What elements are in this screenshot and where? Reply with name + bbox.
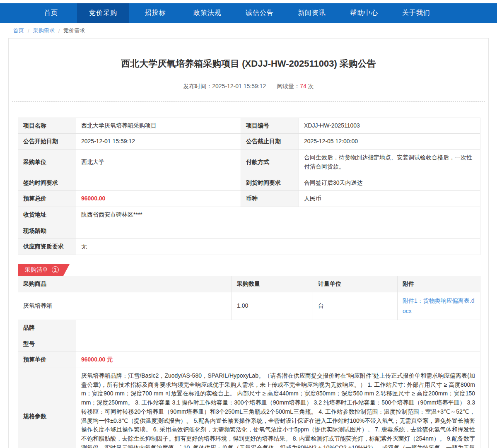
value-purchasing-unit: 西北大学: [76, 150, 241, 175]
page-title: 西北大学厌氧培养箱采购项目 (XDJJ-HW-202511003) 采购公告: [34, 58, 463, 70]
label-start-date: 公告开始日期: [18, 134, 76, 150]
label-signing-time: 签约时间要求: [18, 175, 76, 191]
value-delivery-time: 合同签订后30天内送达: [299, 175, 480, 191]
table-row: 型号: [18, 336, 480, 352]
value-unit-budget-price: 96000.00 元: [76, 352, 480, 368]
announcement-card: 西北大学厌氧培养箱采购项目 (XDJJ-HW-202511003) 采购公告 发…: [8, 38, 489, 448]
nav-item-help[interactable]: 帮助中心: [338, 3, 390, 23]
table-row: 现场踏勘: [18, 223, 480, 239]
label-site-survey: 现场踏勘: [18, 223, 76, 239]
purchase-list-badge: 采购清单 1: [18, 264, 70, 276]
nav-item-news[interactable]: 新闻资讯: [286, 3, 338, 23]
nav-item-about[interactable]: 关于我们: [390, 3, 442, 23]
table-row: 项目名称 西北大学厌氧培养箱采购项目 项目编号 XDJJ-HW-20251100…: [18, 118, 480, 134]
value-payment-method: 合同生效后，待货物到达指定地点、安装调试验收合格后，一次性付清合同货款。: [299, 150, 480, 175]
nav-item-policy[interactable]: 政策法规: [181, 3, 234, 23]
breadcrumb-purchase-demand[interactable]: 采购需求: [33, 27, 55, 34]
publish-time-value: 2025-12-01 15:59:12: [212, 83, 266, 89]
table-row: 收货地址 陕西省西安市碑林区****: [18, 207, 480, 223]
label-end-date: 公告截止日期: [241, 134, 299, 150]
table-row: 公告开始日期 2025-12-01 15:59:12 公告截止日期 2025-1…: [18, 134, 480, 150]
main-nav: 首页 竞价采购 招投标 政策法规 诚信公告 新闻资讯 帮助中心 关于我们: [0, 3, 497, 23]
goods-table: 采购商品 采购数量 计量单位 附件 厌氧培养箱 1.00 台 附件1：货物类响应…: [18, 276, 480, 320]
label-project-number: 项目编号: [241, 118, 299, 134]
value-specifications: 厌氧培养箱品牌：江雪/Basic2，Zuody/AS-580，SPARIL/Hy…: [76, 368, 480, 448]
table-row: 签约时间要求 到货时间要求 合同签订后30天内送达: [18, 175, 480, 191]
value-project-number: XDJJ-HW-202511003: [299, 118, 480, 134]
table-row: 采购单位 西北大学 付款方式 合同生效后，待货物到达指定地点、安装调试验收合格后…: [18, 150, 480, 175]
label-delivery-address: 收货地址: [18, 207, 76, 223]
attachment-link[interactable]: 附件1：货物类响应偏离表.docx: [403, 297, 474, 314]
label-purchasing-unit: 采购单位: [18, 150, 76, 175]
publish-time-label: 发布时间：: [183, 83, 212, 89]
label-total-budget: 预算总价: [18, 191, 76, 207]
label-project-name: 项目名称: [18, 118, 76, 134]
column-goods-name: 采购商品: [18, 276, 232, 292]
value-total-budget: 96000.00: [76, 191, 241, 207]
value-delivery-address: 陕西省西安市碑林区****: [76, 207, 480, 223]
value-supplier-qualification: 无: [76, 239, 480, 255]
views-unit: 次: [308, 83, 314, 89]
project-info-table: 项目名称 西北大学厌氧培养箱采购项目 项目编号 XDJJ-HW-20251100…: [18, 118, 480, 255]
label-specifications: 规格参数: [18, 368, 76, 448]
breadcrumb-separator: /: [58, 28, 60, 34]
dashed-divider: [12, 101, 485, 102]
label-unit-budget-price: 预算单价: [18, 352, 76, 368]
goods-name: 厌氧培养箱: [18, 292, 232, 320]
table-row: 供应商资质要求 无: [18, 239, 480, 255]
table-header-row: 采购商品 采购数量 计量单位 附件: [18, 276, 480, 292]
purchase-list-badge-label: 采购清单: [25, 266, 48, 274]
breadcrumb-current: 竞价需求: [63, 27, 85, 34]
value-model: [76, 336, 480, 352]
table-row: 规格参数 厌氧培养箱品牌：江雪/Basic2，Zuody/AS-580，SPAR…: [18, 368, 480, 448]
breadcrumb-home[interactable]: 首页: [13, 27, 24, 34]
value-end-date: 2025-12-05 12:00:00: [299, 134, 480, 150]
value-currency: 人民币: [299, 191, 480, 207]
value-start-date: 2025-12-01 15:59:12: [76, 134, 241, 150]
views-label: 阅读量：: [277, 83, 300, 89]
label-payment-method: 付款方式: [241, 150, 299, 175]
views-count: 74: [300, 83, 306, 89]
table-row: 厌氧培养箱 1.00 台 附件1：货物类响应偏离表.docx: [18, 292, 480, 320]
nav-item-home[interactable]: 首页: [25, 3, 77, 23]
column-unit: 计量单位: [313, 276, 398, 292]
goods-detail-table: 品牌 型号 预算单价 96000.00 元 规格参数 厌氧培养箱品牌：江雪/Ba…: [18, 320, 480, 448]
publish-meta: 发布时间：2025-12-01 15:59:12阅读量：74 次: [9, 83, 488, 90]
top-strip: [0, 0, 497, 3]
table-row: 品牌: [18, 320, 480, 336]
label-model: 型号: [18, 336, 76, 352]
table-row: 预算总价 96000.00 币种 人民币: [18, 191, 480, 207]
value-site-survey: [76, 223, 480, 239]
label-brand: 品牌: [18, 320, 76, 336]
label-currency: 币种: [241, 191, 299, 207]
nav-item-bidding-purchase[interactable]: 竞价采购: [77, 3, 129, 23]
column-attachment: 附件: [398, 276, 480, 292]
label-supplier-qualification: 供应商资质要求: [18, 239, 76, 255]
nav-item-integrity[interactable]: 诚信公告: [234, 3, 286, 23]
breadcrumb-separator: /: [28, 28, 29, 34]
label-delivery-time: 到货时间要求: [241, 175, 299, 191]
column-quantity: 采购数量: [232, 276, 313, 292]
purchase-list-count-badge: 1: [52, 266, 59, 273]
goods-unit: 台: [313, 292, 398, 320]
value-project-name: 西北大学厌氧培养箱采购项目: [76, 118, 241, 134]
value-signing-time: [76, 175, 241, 191]
purchase-list-header: 采购清单 1: [18, 264, 479, 276]
goods-quantity: 1.00: [232, 292, 313, 320]
nav-item-tender[interactable]: 招投标: [129, 3, 181, 23]
value-brand: [76, 320, 480, 336]
breadcrumb: 首页 / 采购需求 / 竞价需求: [0, 23, 497, 38]
table-row: 预算单价 96000.00 元: [18, 352, 480, 368]
